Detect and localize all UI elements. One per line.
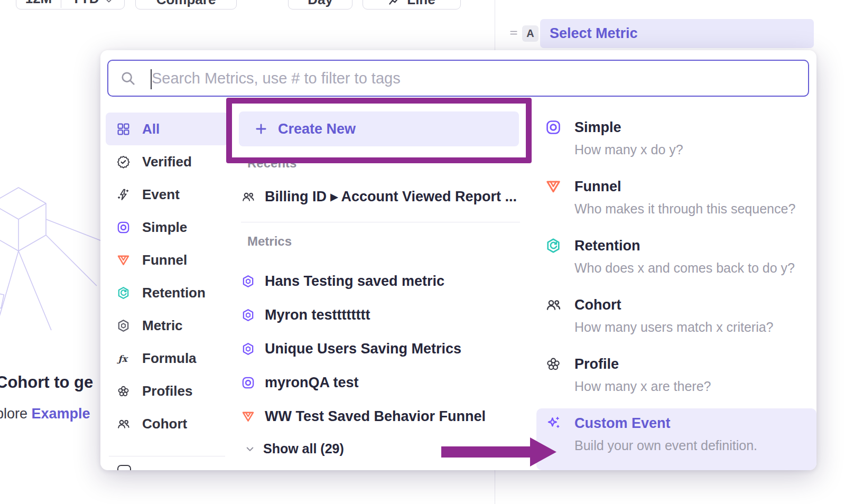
metric-type-card[interactable]: Cohort How many users match x criteria? — [536, 290, 816, 349]
range-ytd-button[interactable]: YTD — [61, 0, 124, 8]
sidebar-category[interactable]: ƒx Formula — [106, 342, 228, 375]
line-chart-icon — [388, 0, 402, 8]
sidebar-category[interactable]: Verified — [106, 145, 228, 178]
query-row-label[interactable]: A — [522, 25, 539, 42]
metric-list-item[interactable]: Billing ID ▸ Account Viewed Report ... — [241, 183, 526, 210]
metric-type-card[interactable]: Funnel Who makes it through this sequenc… — [536, 172, 816, 231]
simple-icon — [241, 376, 255, 390]
sidebar-category[interactable]: All — [106, 113, 228, 145]
compare-button[interactable]: Compare — [135, 0, 237, 10]
svg-text:ƒx: ƒx — [116, 353, 128, 363]
category-list: All Verified Event Simple Funnel Retenti… — [106, 113, 228, 440]
text-fragment: plore — [0, 406, 32, 422]
metric-type-card[interactable]: Retention Who does x and comes back to d… — [536, 231, 816, 290]
background-text-fragment: plore Example — [0, 406, 90, 422]
background-heading-fragment: Cohort to ge — [0, 373, 93, 392]
metric-list-item[interactable]: Unique Users Saving Metrics — [241, 332, 526, 366]
custom-event-icon — [545, 415, 562, 432]
metric-list-item[interactable]: myronQA test — [241, 366, 526, 399]
metric-type-card[interactable]: Custom Event Build your own event defini… — [536, 408, 816, 470]
metric-list-item[interactable]: Myron testttttttt — [241, 298, 526, 332]
verified-icon — [116, 155, 131, 169]
recents-heading: Recents — [247, 156, 296, 171]
create-new-label: Create New — [278, 121, 356, 137]
grid-icon — [116, 122, 131, 136]
funnel-icon — [116, 253, 131, 267]
sidebar-category[interactable]: Funnel — [106, 244, 228, 276]
range-12m-button[interactable]: 12M — [16, 0, 61, 8]
profiles-icon — [545, 356, 562, 372]
simple-icon — [545, 119, 562, 136]
cohort-icon — [545, 296, 562, 313]
metric-type-card[interactable]: Simple How many x do y? — [536, 113, 816, 172]
metric-icon — [116, 319, 131, 333]
metrics-heading: Metrics — [247, 234, 292, 249]
event-icon — [116, 188, 131, 202]
cohort-icon — [241, 190, 255, 204]
sidebar-category[interactable]: Metric — [106, 309, 228, 342]
sidebar-divider — [109, 456, 225, 456]
chart-type-button[interactable]: Line — [363, 0, 461, 10]
funnel-icon — [241, 409, 255, 424]
create-new-button[interactable]: Create New — [239, 111, 519, 146]
sidebar-category[interactable]: Simple — [106, 211, 228, 244]
metric-icon — [241, 342, 255, 356]
category-sidebar: All Verified Event Simple Funnel Retenti… — [106, 113, 228, 470]
divider — [241, 222, 520, 222]
metric-type-list: Simple How many x do y? Funnel Who makes… — [536, 113, 816, 470]
metric-list-item[interactable]: Hans Testing saved metric — [241, 264, 526, 298]
retention-icon — [545, 237, 562, 254]
date-range-control: 12M YTD — [16, 0, 125, 10]
retention-icon — [116, 286, 131, 300]
saved-metrics-list: Hans Testing saved metric Myron testtttt… — [241, 264, 526, 433]
text-cursor — [151, 69, 152, 89]
sidebar-category[interactable]: Retention — [106, 276, 228, 309]
partial-icon — [117, 465, 131, 470]
search-icon — [120, 70, 136, 86]
cohort-icon — [116, 417, 131, 431]
show-all-button[interactable]: Show all (29) — [244, 441, 344, 456]
search-input[interactable] — [136, 70, 808, 87]
sidebar-item-partial[interactable] — [106, 465, 228, 470]
metric-icon — [241, 308, 255, 322]
drag-handle-icon[interactable] — [508, 27, 519, 38]
sidebar-category[interactable]: Cohort — [106, 407, 228, 440]
simple-icon — [116, 220, 131, 235]
recents-list: Billing ID ▸ Account Viewed Report ... — [241, 183, 526, 210]
decorative-wireframe — [0, 177, 108, 351]
chevron-down-icon — [244, 443, 256, 455]
profiles-icon — [116, 384, 131, 398]
interval-button[interactable]: Day — [288, 0, 352, 10]
select-metric-field[interactable]: Select Metric — [540, 19, 814, 48]
funnel-icon — [545, 178, 562, 195]
formula-icon: ƒx — [116, 351, 131, 366]
metric-picker-modal: All Verified Event Simple Funnel Retenti… — [100, 50, 816, 470]
metric-list-item[interactable]: WW Test Saved Behavior Funnel — [241, 399, 526, 433]
chevron-down-icon — [104, 0, 114, 6]
sidebar-category[interactable]: Profiles — [106, 375, 228, 407]
metric-icon — [241, 274, 255, 288]
plus-icon — [254, 122, 268, 136]
search-box[interactable] — [107, 60, 809, 97]
sidebar-category[interactable]: Event — [106, 178, 228, 211]
metric-type-card[interactable]: Profile How many x are there? — [536, 349, 816, 408]
example-link[interactable]: Example — [32, 406, 90, 422]
show-all-label: Show all (29) — [263, 441, 344, 456]
